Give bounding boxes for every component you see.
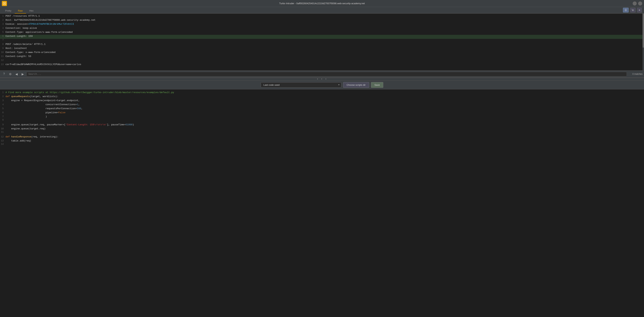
scrollbar-thumb[interactable] xyxy=(642,14,644,48)
request-editor[interactable]: 1 POST /resources HTTP/1.1 2 Host: 0aff0… xyxy=(0,14,644,70)
tab-raw[interactable]: Raw xyxy=(15,8,26,14)
line-number: 9 xyxy=(0,124,6,126)
line-number: 4 xyxy=(0,27,6,30)
code-line-7: 7 ) xyxy=(0,115,644,119)
script-selector-bar: Last code used ▼ Choose scripts dir Save xyxy=(0,81,644,89)
titlebar: Turbo Intruder - 0aff002604254014c2210d2… xyxy=(0,0,644,7)
line-content: Content-Type: application/x-www-form-url… xyxy=(6,31,644,34)
line-number: 5 xyxy=(0,31,6,34)
help-icon: ? xyxy=(3,72,5,76)
gear-icon: ⚙ xyxy=(9,72,12,76)
request-line-3: 3 Cookie: session=4TP6Vc87hbPHTBC3t1NrkM… xyxy=(0,23,644,27)
request-line-10: 10 Content-Type: x-www-form-urlencoded xyxy=(0,51,644,55)
line-number: 12 xyxy=(0,136,6,138)
line-number: 12 xyxy=(0,59,6,62)
scrollbar[interactable] xyxy=(642,14,644,70)
line-number: 11 xyxy=(0,55,6,58)
line-content: table.add(req) xyxy=(6,139,644,143)
list-icon: ☰ xyxy=(624,9,627,12)
code-line-12: 12 def handleResponse(req, interesting): xyxy=(0,135,644,139)
line-content: requestsPerConnection=500, xyxy=(6,107,644,111)
request-line-5: 5 Content-Type: application/x-www-form-u… xyxy=(0,31,644,35)
save-button[interactable]: Save xyxy=(371,82,384,88)
code-line-3: 3 engine = RequestEngine(endpoint=target… xyxy=(0,99,644,103)
line-content: ) xyxy=(6,115,644,119)
request-line-8: 8 POST /admin/delete/ HTTP/1.1 xyxy=(0,43,644,47)
line-content: engine.queue(target.req) xyxy=(6,127,644,131)
line-content: POST /resources HTTP/1.1 xyxy=(6,15,644,18)
code-line-5: 5 requestsPerConnection=500, xyxy=(0,107,644,111)
line-number: 8 xyxy=(0,119,6,121)
line-content: concurrentConnections=1, xyxy=(6,103,644,107)
request-line-2: 2 Host: 0aff002604254014c2210d27007f0098… xyxy=(0,19,644,23)
tab-hex[interactable]: Hex xyxy=(26,8,37,14)
line-content: Content-Length: 53 xyxy=(6,55,644,58)
script-select-wrapper: Last code used ▼ xyxy=(261,82,341,88)
line-content: Host: localhost xyxy=(6,47,644,50)
request-line-12: 12 xyxy=(0,59,644,63)
line-number: 7 xyxy=(0,115,6,118)
line-number: 1 xyxy=(0,91,6,94)
line-content: engine.queue(target.req, pauseMarker=['C… xyxy=(6,123,644,127)
tabbar-actions: ☰ \n ≡ xyxy=(623,8,642,13)
line-content: csrf=eEtdwzBFbHWNIMY4LkkR5tSVtKlLYCPU&us… xyxy=(6,63,644,66)
request-line-1: 1 POST /resources HTTP/1.1 xyxy=(0,15,644,19)
line-number: 1 xyxy=(0,15,6,18)
code-line-14: 14 xyxy=(0,143,644,147)
line-content: # Find more example scripts at https://g… xyxy=(6,91,644,95)
maximize-button[interactable] xyxy=(638,2,642,6)
menu-icon: ≡ xyxy=(639,9,640,12)
window-controls xyxy=(633,2,642,6)
line-content: def handleResponse(req, interesting): xyxy=(6,135,644,139)
arrow-right-icon: ▶ xyxy=(22,72,24,76)
line-number: 2 xyxy=(0,19,6,22)
menu-button[interactable]: ≡ xyxy=(637,8,642,13)
line-number: 3 xyxy=(0,99,6,102)
code-line-1: 1 # Find more example scripts at https:/… xyxy=(0,91,644,95)
help-button[interactable]: ? xyxy=(2,72,6,77)
wrap-button[interactable]: \n xyxy=(630,8,636,13)
tab-pretty[interactable]: Pretty xyxy=(2,8,15,14)
minimize-button[interactable] xyxy=(633,2,637,6)
line-number: 10 xyxy=(0,51,6,54)
line-content: pipeline=False xyxy=(6,111,644,115)
choose-scripts-dir-button[interactable]: Choose scripts dir xyxy=(343,82,369,88)
line-number: 14 xyxy=(0,143,6,146)
request-line-4: 4 Connection: keep-alive xyxy=(0,27,644,31)
line-number: 5 xyxy=(0,107,6,110)
request-line-13: 13 csrf=eEtdwzBFbHWNIMY4LkkR5tSVtKlLYCPU… xyxy=(0,63,644,67)
line-content: def queueRequests(target, wordlists): xyxy=(6,95,644,99)
code-line-9: 9 engine.queue(target.req, pauseMarker=[… xyxy=(0,123,644,127)
search-input[interactable] xyxy=(26,72,627,76)
next-match-button[interactable]: ▶ xyxy=(20,72,25,77)
request-line-6: 6 Content-Length: 159 xyxy=(0,35,644,39)
line-number: 8 xyxy=(0,43,6,46)
line-number: 3 xyxy=(0,23,6,26)
line-number: 11 xyxy=(0,131,6,133)
code-editor-pane[interactable]: 1 # Find more example scripts at https:/… xyxy=(0,89,644,317)
list-view-button[interactable]: ☰ xyxy=(623,8,628,13)
line-content: Cookie: session=4TP6Vc87hbPHTBC3t1NrkMur… xyxy=(6,23,644,26)
prev-match-button[interactable]: ◀ xyxy=(14,72,19,77)
line-number: 7 xyxy=(0,39,6,42)
code-line-6: 6 pipeline=False xyxy=(0,111,644,115)
line-content: Content-Type: x-www-form-urlencoded xyxy=(6,51,644,54)
settings-button[interactable]: ⚙ xyxy=(8,72,13,77)
script-select[interactable]: Last code used xyxy=(261,82,341,88)
request-line-7: 7 xyxy=(0,39,644,43)
line-content: engine = RequestEngine(endpoint=target.e… xyxy=(6,99,644,103)
line-number: 10 xyxy=(0,128,6,130)
request-line-11: 11 Content-Length: 53 xyxy=(0,55,644,59)
line-number: 6 xyxy=(0,111,6,114)
line-number: 13 xyxy=(0,63,6,66)
arrow-left-icon: ◀ xyxy=(16,72,18,76)
code-line-11: 11 xyxy=(0,131,644,135)
line-content: POST /admin/delete/ HTTP/1.1 xyxy=(6,43,644,46)
request-editor-pane: 1 POST /resources HTTP/1.1 2 Host: 0aff0… xyxy=(0,14,644,70)
line-number: 6 xyxy=(0,35,6,38)
pane-divider[interactable]: • • • xyxy=(0,78,644,81)
line-content: Connection: keep-alive xyxy=(6,27,644,30)
line-content: Content-Length: 159 xyxy=(6,35,644,38)
search-bar: ? ⚙ ◀ ▶ 0 matches xyxy=(0,70,644,78)
line-number: 13 xyxy=(0,140,6,142)
